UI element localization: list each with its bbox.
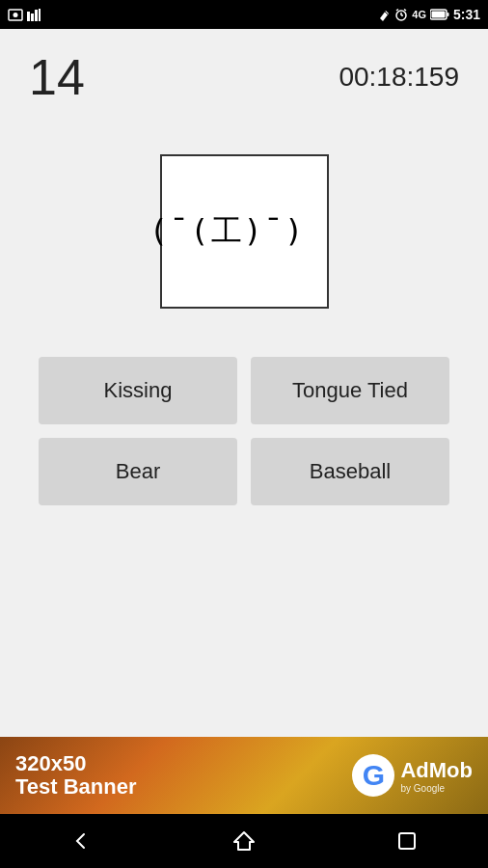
emoji-container: (¯(工)¯)ゞ [29, 154, 459, 309]
ad-banner: 320x50 Test Banner G AdMob by Google [0, 737, 488, 814]
score: 14 [29, 48, 85, 106]
top-bar: 14 00:18:159 [29, 48, 459, 106]
admob-by-google: by Google [400, 783, 445, 794]
bottom-nav [0, 814, 488, 868]
svg-marker-15 [234, 832, 254, 850]
svg-point-1 [14, 13, 18, 17]
recent-icon [395, 829, 419, 853]
timer: 00:18:159 [339, 62, 459, 93]
status-bar: 4G 5:31 [0, 0, 488, 29]
admob-logo-letter: G [352, 754, 394, 797]
network-type: 4G [412, 9, 426, 20]
ad-banner-text: Test Banner [15, 775, 137, 799]
back-icon [69, 829, 93, 853]
answer-grid: Kissing Tongue Tied Bear Baseball [39, 357, 449, 505]
svg-rect-14 [431, 12, 445, 18]
svg-line-10 [396, 10, 398, 12]
emoji-box: (¯(工)¯)ゞ [160, 154, 329, 309]
svg-rect-4 [35, 10, 38, 21]
svg-rect-13 [447, 13, 448, 16]
svg-rect-16 [399, 833, 415, 849]
ad-logo-area: G AdMob by Google [352, 754, 473, 797]
status-bar-right: 4G 5:31 [378, 7, 480, 22]
pen-icon [378, 9, 391, 21]
bars-icon [27, 9, 41, 21]
svg-rect-2 [27, 12, 30, 21]
nav-recent-button[interactable] [378, 822, 436, 860]
admob-brand: AdMob [400, 758, 473, 783]
emoji-display: (¯(工)¯)ゞ [149, 210, 339, 253]
home-icon [232, 829, 256, 853]
svg-rect-3 [31, 14, 34, 21]
status-bar-left [8, 9, 41, 21]
svg-rect-5 [39, 9, 41, 21]
main-content: 14 00:18:159 (¯(工)¯)ゞ Kissing Tongue Tie… [0, 29, 488, 737]
admob-text: AdMob by Google [400, 758, 473, 794]
photo-icon [8, 9, 23, 21]
clock: 5:31 [453, 7, 480, 22]
answer-kissing-button[interactable]: Kissing [39, 357, 237, 424]
nav-back-button[interactable] [52, 822, 110, 860]
ad-text-block: 320x50 Test Banner [15, 752, 137, 799]
answer-bear-button[interactable]: Bear [39, 438, 237, 505]
answer-tongue-tied-button[interactable]: Tongue Tied [251, 357, 449, 424]
nav-home-button[interactable] [215, 822, 273, 860]
ad-size-text: 320x50 [15, 752, 137, 775]
alarm-icon [394, 8, 408, 21]
svg-line-11 [404, 10, 406, 12]
battery-icon [430, 9, 449, 20]
answer-baseball-button[interactable]: Baseball [251, 438, 449, 505]
